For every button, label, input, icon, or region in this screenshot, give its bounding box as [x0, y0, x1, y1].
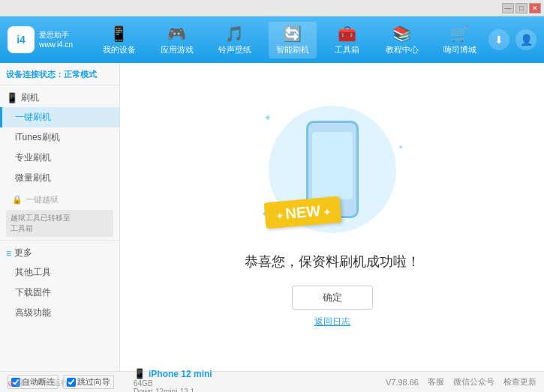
- device-icon: 📱: [134, 368, 146, 379]
- stop-itunes-icon: ⊘: [8, 379, 14, 388]
- sidebar-locked-jailbreak: 🔒 一键越狱: [0, 191, 119, 208]
- skip-wizard-checkbox[interactable]: 跳过向导: [63, 375, 114, 389]
- download-button[interactable]: ⬇: [488, 29, 509, 50]
- sidebar-item-download-firmware[interactable]: 下载固件: [0, 283, 119, 303]
- logo-icon: i4: [8, 26, 35, 53]
- connection-status: 设备连接状态：正常模式: [0, 66, 119, 85]
- flash-section: 📱 刷机 一键刷机 iTunes刷机 专业刷机 微量刷机: [0, 85, 119, 191]
- bottom-bar: 自动断连 跳过向导 📱 iPhone 12 mini 64GB Down-12m…: [0, 371, 544, 392]
- sidebar-item-other-tools[interactable]: 其他工具: [0, 262, 119, 283]
- flash-section-header[interactable]: 📱 刷机: [0, 88, 119, 107]
- illustration: ✦ ✦ ✦ NEW: [257, 106, 407, 241]
- back-link[interactable]: 返回日志: [314, 316, 350, 328]
- nav-fansi-mall[interactable]: 🛒 嗨司博城: [436, 22, 484, 58]
- nav-ringtones-label: 铃声壁纸: [218, 44, 251, 55]
- nav-toolbox-label: 工具箱: [335, 44, 359, 55]
- user-button[interactable]: 👤: [515, 29, 536, 50]
- nav-fansi-mall-label: 嗨司博城: [443, 44, 476, 55]
- version-info: V7.98.66: [386, 378, 419, 387]
- smart-flash-icon: 🔄: [283, 25, 302, 43]
- lock-icon: 🔒: [12, 195, 23, 205]
- title-bar: — □ ✕: [0, 0, 544, 16]
- sparkle-1: ✦: [263, 112, 272, 124]
- device-version: Down-12mini-13.1: [134, 388, 212, 392]
- nav-apps-games-label: 应用游戏: [161, 44, 194, 55]
- check-update-link[interactable]: 检查更新: [503, 376, 536, 388]
- my-device-icon: 📱: [110, 25, 128, 43]
- close-button[interactable]: ✕: [529, 3, 541, 13]
- nav-tutorial-label: 教程中心: [386, 44, 419, 55]
- nav-smart-flash-label: 智能刷机: [276, 44, 309, 55]
- apps-games-icon: 🎮: [167, 25, 186, 43]
- stop-itunes-label: 阻止iTunes运行: [16, 378, 68, 388]
- bottom-right: V7.98.66 客服 微信公众号 检查更新: [386, 376, 536, 388]
- maximize-button[interactable]: □: [515, 3, 527, 13]
- nav-my-device-label: 我的设备: [103, 44, 136, 55]
- main-content: ✦ ✦ ✦ NEW 恭喜您，保资料刷机成功啦！ 确定 返回日志: [120, 63, 544, 371]
- wechat-public-link[interactable]: 微信公众号: [453, 376, 494, 388]
- more-icon: ≡: [6, 248, 11, 259]
- main-area: 设备连接状态：正常模式 📱 刷机 一键刷机 iTunes刷机 专业刷机 微量刷机…: [0, 63, 544, 371]
- flash-section-icon: 📱: [6, 92, 18, 103]
- phone-screen: [312, 132, 353, 199]
- ringtones-icon: 🎵: [225, 25, 244, 43]
- nav-my-device[interactable]: 📱 我的设备: [95, 22, 143, 58]
- more-section-header: ≡ 更多: [0, 244, 119, 262]
- skip-wizard-input[interactable]: [67, 378, 76, 387]
- sidebar-notice: 越狱工具已转移至工具箱: [6, 210, 113, 237]
- toolbox-icon: 🧰: [338, 25, 356, 43]
- nav-apps-games[interactable]: 🎮 应用游戏: [153, 22, 201, 58]
- confirm-button[interactable]: 确定: [292, 286, 373, 310]
- logo-text: 爱思助手 www.i4.cn: [39, 30, 73, 49]
- nav-items: 📱 我的设备 🎮 应用游戏 🎵 铃声壁纸 🔄 智能刷机 🧰 工具箱 📚 教程中心…: [90, 22, 488, 58]
- sidebar-item-pro-flash[interactable]: 专业刷机: [0, 148, 119, 168]
- sidebar-item-one-click-flash[interactable]: 一键刷机: [0, 107, 119, 127]
- sparkle-2: ✦: [398, 143, 404, 151]
- top-nav: i4 爱思助手 www.i4.cn 📱 我的设备 🎮 应用游戏 🎵 铃声壁纸 🔄…: [0, 16, 544, 63]
- tutorial-icon: 📚: [392, 25, 411, 43]
- nav-tutorial[interactable]: 📚 教程中心: [378, 22, 426, 58]
- nav-right: ⬇ 👤: [488, 29, 536, 50]
- minimize-button[interactable]: —: [502, 3, 514, 13]
- sidebar-item-itunes-flash[interactable]: iTunes刷机: [0, 127, 119, 148]
- customer-service-link[interactable]: 客服: [428, 376, 444, 388]
- nav-ringtones[interactable]: 🎵 铃声壁纸: [211, 22, 259, 58]
- sidebar-item-advanced[interactable]: 高级功能: [0, 303, 119, 323]
- sidebar-item-fix-flash[interactable]: 微量刷机: [0, 168, 119, 188]
- device-name: iPhone 12 mini: [149, 369, 212, 379]
- nav-toolbox[interactable]: 🧰 工具箱: [326, 22, 368, 58]
- success-message: 恭喜您，保资料刷机成功啦！: [245, 253, 420, 271]
- sidebar: 设备连接状态：正常模式 📱 刷机 一键刷机 iTunes刷机 专业刷机 微量刷机…: [0, 63, 120, 371]
- fansi-mall-icon: 🛒: [450, 25, 469, 43]
- device-storage: 64GB: [134, 379, 212, 388]
- logo-area: i4 爱思助手 www.i4.cn: [8, 26, 75, 53]
- nav-smart-flash[interactable]: 🔄 智能刷机: [269, 22, 317, 58]
